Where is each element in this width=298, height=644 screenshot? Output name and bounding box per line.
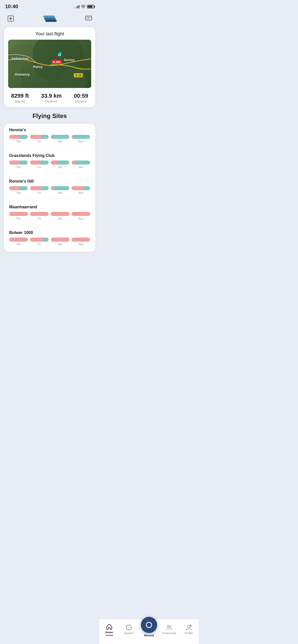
day-label: Sun	[78, 140, 83, 143]
day-label: Sun	[78, 166, 83, 169]
passy-label: Passy	[33, 65, 43, 69]
paraglider-marker	[58, 53, 61, 56]
site-name: Ronnie's Hill	[9, 179, 90, 184]
wind-bar	[9, 135, 28, 139]
wind-bar	[30, 160, 49, 165]
day-col: Fri	[30, 160, 49, 169]
wind-bar	[72, 135, 90, 139]
day-label: Fri	[38, 243, 41, 246]
wind-bar	[51, 160, 70, 165]
wind-bar	[72, 160, 90, 165]
wind-bar	[72, 212, 90, 216]
day-label: Fri	[38, 166, 41, 169]
stat-divider-2	[68, 94, 68, 102]
last-flight-title: Your last flight	[8, 31, 91, 37]
day-col: Sat	[51, 160, 70, 169]
site-name: Bulwer 1000	[9, 230, 90, 235]
flying-sites-card: Hennie'sThuFriSatSunGrasslands Flying Cl…	[4, 124, 95, 252]
day-col: Thu	[9, 238, 28, 246]
distance-stat: 33.9 km Distance	[41, 93, 62, 103]
day-col: Thu	[9, 135, 28, 143]
wind-bar	[9, 186, 28, 190]
svg-rect-3	[44, 18, 56, 20]
app-logo	[43, 14, 56, 23]
distance-value: 33.9 km	[41, 93, 62, 99]
flying-sites-title: Flying Sites	[0, 112, 99, 120]
d13-badge: D 13	[74, 73, 83, 77]
wind-bar	[9, 212, 28, 216]
flight-stats: 8299 ft Max Alt 33.9 km Distance 00:59 D…	[8, 92, 91, 103]
day-label: Thu	[16, 217, 21, 220]
day-label: Fri	[38, 140, 41, 143]
day-col: Fri	[30, 135, 49, 143]
svg-rect-5	[86, 16, 92, 20]
wind-bar	[51, 135, 70, 139]
site-item[interactable]: Grasslands Flying ClubThuFriSatSun	[9, 153, 90, 173]
site-item[interactable]: Bulwer 1000ThuFriSatSun	[9, 230, 90, 246]
duration-value: 00:59	[74, 93, 88, 99]
svg-rect-4	[43, 16, 55, 18]
day-col: Sun	[72, 186, 90, 194]
n205-badge: N 205	[51, 60, 62, 64]
day-col: Thu	[9, 186, 28, 194]
sallanches-label: Sallanches	[11, 57, 29, 61]
day-label: Thu	[16, 140, 21, 143]
wind-bar	[30, 212, 49, 216]
day-label: Sat	[58, 217, 62, 220]
day-label: Fri	[38, 191, 41, 194]
site-item[interactable]: MaanhaarrandThuFriSatSun	[9, 205, 90, 224]
day-label: Sun	[78, 243, 83, 246]
battery-icon	[87, 5, 94, 8]
messages-button[interactable]	[84, 14, 93, 23]
day-col: Sun	[72, 135, 90, 143]
max-alt-stat: 8299 ft Max Alt	[11, 93, 29, 103]
wind-bar	[30, 186, 49, 190]
site-days-row: ThuFriSatSun	[9, 212, 90, 220]
svg-rect-2	[45, 20, 57, 22]
day-label: Sat	[58, 243, 62, 246]
day-label: Sun	[78, 217, 83, 220]
site-days-row: ThuFriSatSun	[9, 160, 90, 169]
site-name: Grasslands Flying Club	[9, 153, 90, 158]
day-col: Fri	[30, 186, 49, 194]
wind-bar	[72, 186, 90, 190]
site-days-row: ThuFriSatSun	[9, 135, 90, 143]
day-col: Thu	[9, 160, 28, 169]
domancy-label: Domancy	[15, 72, 30, 76]
signal-icon	[74, 5, 79, 8]
max-alt-label: Max Alt	[11, 100, 29, 103]
site-item[interactable]: Ronnie's HillThuFriSatSun	[9, 179, 90, 199]
wind-bar	[51, 212, 70, 216]
site-name: Maanhaarrand	[9, 205, 90, 209]
flight-map[interactable]: Sallanches Passy Domancy Servoz N 205 D …	[8, 40, 91, 88]
svg-point-0	[83, 8, 84, 8]
day-label: Thu	[16, 166, 21, 169]
day-col: Fri	[30, 212, 49, 220]
site-days-row: ThuFriSatSun	[9, 186, 90, 194]
wind-bar	[72, 238, 90, 242]
wind-bar	[30, 135, 49, 139]
wind-bar	[30, 238, 49, 242]
day-label: Sat	[58, 191, 62, 194]
stat-divider-1	[35, 94, 35, 102]
day-col: Thu	[9, 212, 28, 220]
day-label: Sat	[58, 140, 62, 143]
ai-assistant-button[interactable]	[6, 14, 15, 23]
site-item[interactable]: Hennie'sThuFriSatSun	[9, 128, 90, 147]
site-name: Hennie's	[9, 128, 90, 132]
status-time: 10:40	[5, 4, 18, 9]
duration-stat: 00:59 Duration	[74, 93, 88, 103]
wifi-icon	[81, 5, 86, 8]
day-col: Sat	[51, 212, 70, 220]
distance-label: Distance	[41, 100, 62, 103]
wind-bar	[51, 186, 70, 190]
top-nav	[0, 11, 99, 27]
day-col: Sat	[51, 135, 70, 143]
day-label: Thu	[16, 191, 21, 194]
day-label: Thu	[16, 243, 21, 246]
wind-bar	[51, 238, 70, 242]
site-days-row: ThuFriSatSun	[9, 238, 90, 246]
status-bar: 10:40	[0, 0, 99, 11]
day-col: Sun	[72, 238, 90, 246]
status-icons	[74, 5, 94, 8]
